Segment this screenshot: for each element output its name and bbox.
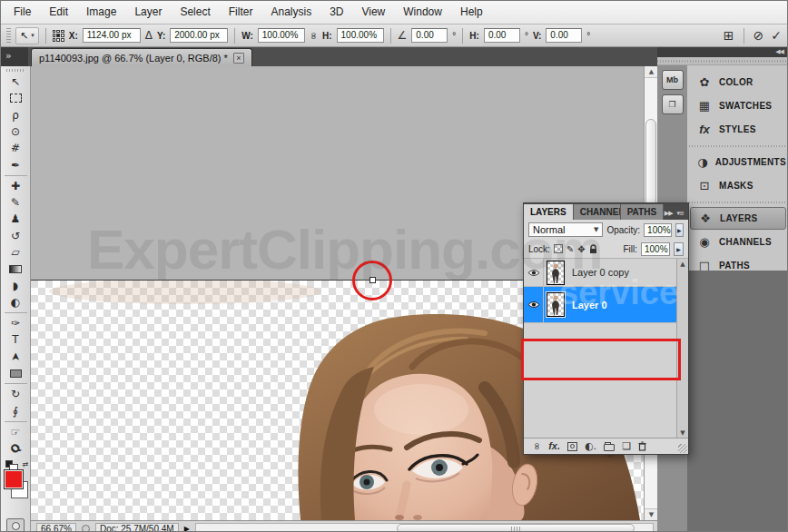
panel-button-masks[interactable]: ⊡ MASKS [690, 174, 786, 197]
move-tool[interactable]: ↖ [4, 74, 27, 90]
width-scale-field[interactable]: 100.00% [258, 28, 305, 43]
zoom-tool[interactable]: Q [4, 440, 27, 457]
document-tab[interactable]: p1140093.jpg @ 66.7% (Layer 0, RGB/8) * … [31, 48, 252, 66]
history-brush-tool[interactable]: ↺ [4, 228, 27, 244]
menu-analysis[interactable]: Analysis [261, 1, 320, 24]
clone-source-panel-icon[interactable]: ❐ [662, 94, 684, 114]
panel-button-color[interactable]: ✿ COLOR [690, 71, 786, 94]
reference-point-locator[interactable] [53, 30, 64, 42]
menu-layer[interactable]: Layer [125, 1, 171, 24]
dodge-tool[interactable]: ◐ [4, 294, 27, 310]
menu-help[interactable]: Help [451, 1, 492, 24]
x-position-field[interactable]: 1124.00 px [83, 28, 141, 43]
h-skew-field[interactable]: 0.00 [484, 28, 520, 43]
add-layer-mask-icon[interactable] [567, 442, 577, 451]
opacity-field[interactable]: 100% [644, 223, 672, 237]
scroll-down-icon[interactable]: ▼ [645, 508, 658, 520]
panel-button-styles[interactable]: fx STYLES [690, 118, 786, 141]
panel-button-adjustments[interactable]: ◑ ADJUSTMENTS [690, 151, 786, 173]
menu-filter[interactable]: Filter [220, 1, 262, 24]
delete-layer-icon[interactable] [638, 441, 646, 451]
panel-collapse-icon[interactable]: ▶▶ [665, 210, 673, 217]
opacity-slider-icon[interactable]: ▶ [675, 223, 684, 237]
panel-button-layers[interactable]: ❖ LAYERS [690, 207, 786, 230]
mini-bridge-panel-icon[interactable]: Mb [662, 70, 684, 90]
active-tool-preset[interactable]: ↖ ▾ [15, 27, 39, 44]
link-layers-icon[interactable]: ∞ [532, 442, 542, 450]
layer-thumbnail[interactable] [547, 261, 565, 285]
cancel-transform-icon[interactable]: ⊘ [754, 29, 764, 42]
layer-name[interactable]: Layer 0 copy [572, 267, 629, 278]
lock-position-icon[interactable]: ✥ [577, 244, 585, 254]
maintain-aspect-ratio-icon[interactable]: ∞ [309, 31, 319, 39]
pen-tool[interactable]: ✑ [4, 315, 27, 331]
fill-slider-icon[interactable]: ▶ [674, 242, 684, 256]
eraser-tool[interactable]: ▱ [4, 244, 27, 261]
warp-mode-icon[interactable]: ⊞ [724, 29, 734, 42]
lock-all-icon[interactable] [589, 244, 597, 254]
panel-menu-icon[interactable]: ▾≡ [677, 210, 684, 217]
menu-edit[interactable]: Edit [40, 1, 77, 24]
fill-field[interactable]: 100% [641, 242, 670, 256]
visibility-toggle[interactable] [524, 287, 544, 322]
brush-tool[interactable]: ✎ [4, 194, 27, 211]
horizontal-scroll-thumb[interactable] [397, 524, 635, 532]
tab-channels[interactable]: CHANNELS [574, 204, 621, 220]
layer-name[interactable]: Layer 0 [572, 300, 607, 310]
quick-mask-button[interactable] [6, 518, 25, 532]
tab-overflow-chevron[interactable]: » [1, 47, 28, 66]
rotate-field[interactable]: 0.00 [411, 28, 448, 43]
gradient-tool[interactable] [4, 261, 27, 277]
tab-close-icon[interactable]: × [233, 53, 244, 64]
lasso-tool[interactable]: ρ [4, 106, 27, 123]
default-colors-icon[interactable] [5, 460, 13, 468]
height-scale-field[interactable]: 100.00% [337, 28, 384, 43]
layer-style-icon[interactable]: fx. [548, 441, 560, 451]
menu-3d[interactable]: 3D [320, 1, 352, 24]
spot-healing-brush-tool[interactable]: ✚ [4, 178, 27, 194]
3d-orbit-tool[interactable]: ∮ [4, 402, 27, 419]
scroll-up-icon[interactable]: ▲ [677, 261, 688, 268]
commit-transform-icon[interactable]: ✓ [771, 29, 782, 42]
layer-row-layer-0-copy[interactable]: Layer 0 copy [524, 259, 678, 287]
menu-file[interactable]: File [5, 1, 40, 24]
3d-rotate-tool[interactable]: ↻ [4, 386, 27, 402]
relative-position-icon[interactable]: Δ [145, 30, 153, 41]
document-size-readout[interactable]: Doc: 25.7M/50.4M [95, 523, 179, 532]
new-group-icon[interactable] [604, 444, 615, 451]
tab-paths[interactable]: PATHS [621, 204, 664, 220]
menu-window[interactable]: Window [394, 1, 451, 24]
scroll-up-icon[interactable]: ▲ [645, 66, 658, 78]
rectangular-marquee-tool[interactable] [4, 90, 27, 106]
swap-colors-icon[interactable]: ⇄ [23, 460, 29, 468]
type-tool[interactable]: T [4, 331, 27, 348]
tab-layers[interactable]: LAYERS [524, 204, 574, 220]
blend-mode-select[interactable]: Normal ▼ [528, 222, 603, 237]
layers-list-scrollbar[interactable]: ▲ ▼ [676, 259, 688, 440]
menu-select[interactable]: Select [171, 1, 219, 24]
panel-resize-grip[interactable] [678, 444, 687, 453]
menu-image[interactable]: Image [77, 1, 125, 24]
crop-tool[interactable]: # [4, 140, 27, 156]
scroll-down-icon[interactable]: ▼ [677, 429, 688, 437]
dock-collapse-header[interactable]: ◀◀ [657, 47, 788, 57]
menu-view[interactable]: View [352, 1, 394, 24]
quick-selection-tool[interactable]: ⊙ [4, 123, 27, 140]
status-options-icon[interactable] [82, 525, 90, 532]
eyedropper-tool[interactable]: ✒ [4, 156, 27, 172]
layer-row-layer-0[interactable]: Layer 0 [524, 287, 678, 323]
v-skew-field[interactable]: 0.00 [546, 28, 582, 43]
foreground-color-swatch[interactable] [4, 469, 24, 489]
path-selection-tool[interactable]: ➤ [4, 349, 27, 365]
hand-tool[interactable]: ☞ [4, 424, 27, 440]
new-layer-icon[interactable]: ❏ [622, 441, 631, 451]
lock-transparency-icon[interactable] [554, 244, 563, 253]
clone-stamp-tool[interactable]: ♟ [4, 211, 27, 227]
panel-button-swatches[interactable]: ▦ SWATCHES [690, 94, 786, 117]
lock-pixels-icon[interactable]: ✎ [566, 244, 574, 254]
status-arrow-icon[interactable]: ▶ [184, 525, 190, 532]
layer-thumbnail[interactable] [547, 292, 565, 317]
rectangle-tool[interactable] [4, 365, 27, 381]
y-position-field[interactable]: 2000.00 px [170, 28, 228, 43]
adjustment-layer-icon[interactable]: ◐. [585, 441, 596, 451]
